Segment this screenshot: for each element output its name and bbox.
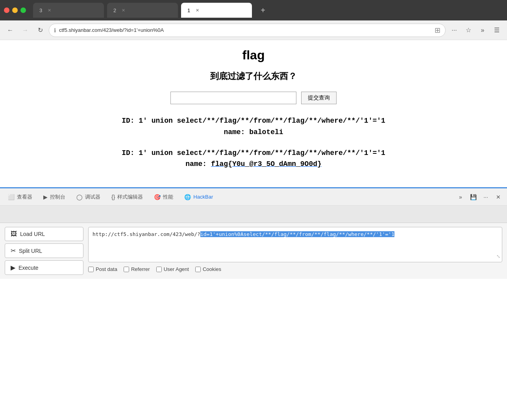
page-title: flag <box>16 48 491 63</box>
post-data-checkbox[interactable]: Post data <box>88 266 117 272</box>
referrer-checkbox[interactable]: Referrer <box>124 266 150 272</box>
security-icon: ℹ <box>54 27 56 33</box>
result2-name: name: flag{Y0u_@r3_5O_dAmn_9O0d} <box>16 158 491 170</box>
performance-label: 性能 <box>163 193 173 201</box>
result1-name: name: baloteli <box>16 127 491 138</box>
bookmark-button[interactable]: ☆ <box>462 24 475 37</box>
split-url-label: Split URL <box>19 248 42 254</box>
browser-chrome: 3 ✕ 2 ✕ 1 ✕ + ← → ↻ ℹ ctf5.shiyanbar.com… <box>0 0 507 40</box>
menu-button[interactable]: ☰ <box>490 24 503 37</box>
url-plain-part: http://ctf5.shiyanbar.com/423/web/? <box>93 231 200 237</box>
devtools-tab-debugger[interactable]: ◯ 调试器 <box>72 190 105 204</box>
devtools-tab-inspector[interactable]: ⬜ 查看器 <box>3 190 37 204</box>
user-agent-input[interactable] <box>156 267 162 272</box>
execute-label: Execute <box>19 265 39 271</box>
browser-tab-3[interactable]: 3 ✕ <box>33 3 104 18</box>
tab-3-label: 3 <box>39 7 42 13</box>
page-subtitle: 到底过滤了什么东西？ <box>16 70 491 82</box>
result-block-2: ID: 1' union select/**/flag/**/from/**/f… <box>16 147 491 170</box>
cookies-checkbox[interactable]: Cookies <box>195 266 221 272</box>
hackbar-main: 🖼 Load URL ✂ Split URL ▶ Execute http://… <box>0 223 507 279</box>
post-data-input[interactable] <box>88 267 94 272</box>
url-display: ctf5.shiyanbar.com/423/web/?id=1'+union%… <box>59 27 431 33</box>
devtools-tab-style[interactable]: {} 样式编辑器 <box>107 190 148 204</box>
style-label: 样式编辑器 <box>117 193 143 201</box>
load-url-button[interactable]: 🖼 Load URL <box>5 227 83 241</box>
load-url-icon: 🖼 <box>11 230 17 238</box>
devtools-panel: ⬜ 查看器 ▶ 控制台 ◯ 调试器 {} 样式编辑器 🎯 性能 🌐 HackBa… <box>0 187 507 279</box>
page-content: flag 到底过滤了什么东西？ 提交查询 ID: 1' union select… <box>0 40 507 187</box>
navigation-bar: ← → ↻ ℹ ctf5.shiyanbar.com/423/web/?id=1… <box>0 20 507 40</box>
debugger-icon: ◯ <box>76 194 83 200</box>
cookies-input[interactable] <box>195 267 201 272</box>
forward-button[interactable]: → <box>19 24 31 37</box>
hackbar-url-area: http://ctf5.shiyanbar.com/423/web/?id=1'… <box>88 227 502 272</box>
minimize-window-btn[interactable] <box>12 7 18 13</box>
new-tab-button[interactable]: + <box>257 4 269 17</box>
load-url-label: Load URL <box>20 231 45 237</box>
hackbar-label: HackBar <box>193 194 213 200</box>
devtools-toolbar: ⬜ 查看器 ▶ 控制台 ◯ 调试器 {} 样式编辑器 🎯 性能 🌐 HackBa… <box>0 188 507 206</box>
devtools-more-btn[interactable]: » <box>455 192 466 203</box>
traffic-lights <box>4 7 26 13</box>
inspector-label: 查看器 <box>17 193 32 201</box>
browser-tab-2[interactable]: 2 ✕ <box>107 3 178 18</box>
tab-3-close-icon[interactable]: ✕ <box>46 7 52 13</box>
hackbar-options: Post data Referrer User Agent Cookies <box>88 266 502 272</box>
extensions-button[interactable]: » <box>476 24 489 37</box>
url-highlighted-part: id=1'+union%0Aselect/**/flag/**/from/**/… <box>200 231 394 237</box>
post-data-label: Post data <box>96 266 117 272</box>
hackbar-buttons: 🖼 Load URL ✂ Split URL ▶ Execute <box>5 227 83 275</box>
style-icon: {} <box>111 194 115 200</box>
tab-1-label: 1 <box>187 7 190 13</box>
devtools-close-btn[interactable]: ✕ <box>493 192 504 203</box>
execute-button[interactable]: ▶ Execute <box>5 260 83 275</box>
reload-button[interactable]: ↻ <box>34 24 46 37</box>
maximize-window-btn[interactable] <box>20 7 26 13</box>
back-button[interactable]: ← <box>4 24 17 37</box>
devtools-options-btn[interactable]: ··· <box>480 192 491 203</box>
hackbar-section <box>0 206 507 223</box>
debugger-label: 调试器 <box>85 193 100 201</box>
flag-value: flag{Y0u_@r3_5O_dAmn_9O0d} <box>211 160 322 168</box>
qr-icon: ⊞ <box>435 26 440 35</box>
user-agent-checkbox[interactable]: User Agent <box>156 266 189 272</box>
devtools-tab-hackbar[interactable]: 🌐 HackBar <box>179 190 218 204</box>
result-block-1: ID: 1' union select/**/flag/**/from/**/f… <box>16 115 491 138</box>
referrer-input[interactable] <box>124 267 129 272</box>
devtools-right-icons: » 💾 ··· ✕ <box>455 192 504 203</box>
devtools-save-btn[interactable]: 💾 <box>468 192 479 203</box>
more-tools-button[interactable]: ··· <box>448 24 461 37</box>
hackbar-icon: 🌐 <box>184 194 191 200</box>
submit-query-button[interactable]: 提交查询 <box>301 92 337 104</box>
result1-id: ID: 1' union select/**/flag/**/from/**/f… <box>16 115 491 127</box>
close-window-btn[interactable] <box>4 7 9 13</box>
search-row: 提交查询 <box>16 92 491 104</box>
nav-icons: ··· ☆ » ☰ <box>448 24 503 37</box>
resize-handle: ⤡ <box>496 253 500 260</box>
split-url-button[interactable]: ✂ Split URL <box>5 243 83 258</box>
devtools-tab-console[interactable]: ▶ 控制台 <box>39 190 70 204</box>
inspector-icon: ⬜ <box>8 194 15 200</box>
search-input[interactable] <box>170 92 296 104</box>
console-label: 控制台 <box>50 193 65 201</box>
address-bar[interactable]: ℹ ctf5.shiyanbar.com/423/web/?id=1'+unio… <box>49 24 446 37</box>
cookies-label: Cookies <box>203 266 221 272</box>
user-agent-label: User Agent <box>164 266 189 272</box>
title-bar: 3 ✕ 2 ✕ 1 ✕ + <box>0 0 507 20</box>
browser-tab-1[interactable]: 1 ✕ <box>181 3 252 18</box>
execute-icon: ▶ <box>11 264 15 271</box>
tab-2-close-icon[interactable]: ✕ <box>120 7 126 13</box>
split-url-icon: ✂ <box>11 247 16 254</box>
console-icon: ▶ <box>43 194 48 200</box>
tab-1-close-icon[interactable]: ✕ <box>194 7 200 13</box>
referrer-label: Referrer <box>131 266 150 272</box>
tab-2-label: 2 <box>113 7 116 13</box>
result2-id: ID: 1' union select/**/flag/**/from/**/f… <box>16 147 491 159</box>
performance-icon: 🎯 <box>154 194 161 200</box>
hackbar-url-display[interactable]: http://ctf5.shiyanbar.com/423/web/?id=1'… <box>88 227 502 262</box>
devtools-tab-performance[interactable]: 🎯 性能 <box>149 190 178 204</box>
